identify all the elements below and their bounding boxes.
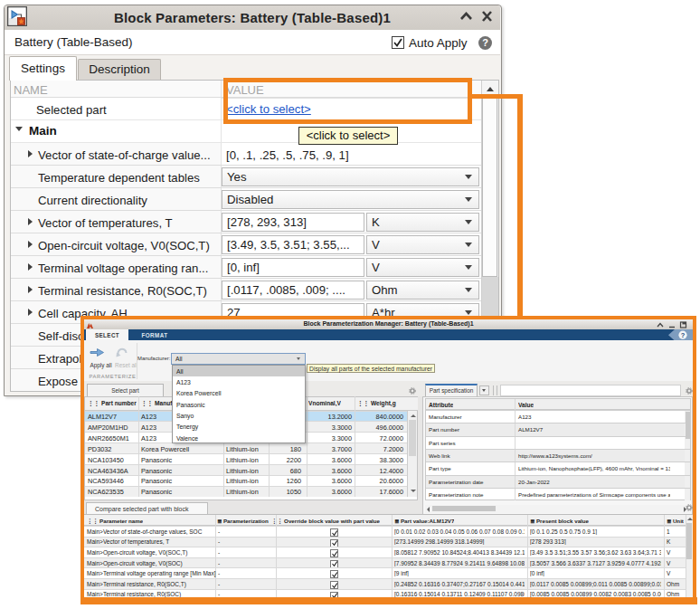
svg-text:?: ? — [681, 330, 686, 338]
